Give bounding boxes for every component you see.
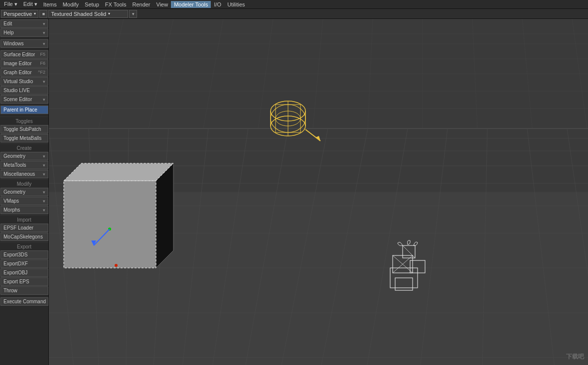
shader-dropdown[interactable]: Textured Shaded Solid ▾: [48, 10, 128, 18]
toolbar-row: Perspective ▾ ■ Textured Shaded Solid ▾ …: [0, 9, 588, 19]
sidebar-modify-geometry[interactable]: Geometry▾: [0, 188, 48, 196]
viewport-dropdown-arrow: ▾: [34, 11, 36, 16]
viewport-grid: [49, 19, 588, 365]
svg-marker-59: [156, 163, 173, 268]
sidebar-toggle-subpatch[interactable]: Toggle SubPatch: [0, 125, 48, 133]
sidebar-metatools[interactable]: MetaTools▾: [0, 161, 48, 169]
sidebar-exportobj[interactable]: ExportOBJ: [0, 268, 48, 277]
svg-point-65: [115, 264, 118, 267]
section-export: Export: [0, 242, 48, 250]
viewport-icon-btn[interactable]: ■: [39, 10, 47, 18]
sidebar-throw[interactable]: Throw: [0, 286, 48, 295]
sidebar-image-editor[interactable]: Image EditorF6: [0, 59, 48, 68]
svg-rect-57: [64, 181, 156, 268]
menu-modify[interactable]: Modify: [60, 1, 82, 8]
sidebar-mocap-skelegons[interactable]: MoCapSkelegons: [0, 233, 48, 241]
menu-fxtools[interactable]: FX Tools: [102, 1, 130, 8]
section-modify: Modify: [0, 179, 48, 187]
menu-file[interactable]: File ▾: [1, 0, 20, 8]
section-create: Create: [0, 143, 48, 151]
menu-items[interactable]: Items: [40, 1, 60, 8]
sidebar-execute-command[interactable]: Execute Command: [0, 297, 48, 306]
svg-marker-58: [64, 163, 173, 181]
sidebar-edit[interactable]: Edit▾: [0, 19, 48, 28]
watermark: 下载吧: [566, 353, 584, 361]
viewport[interactable]: 下载吧: [49, 19, 588, 365]
sidebar-studio-live[interactable]: Studio LIVE: [0, 86, 48, 95]
sidebar-virtual-studio[interactable]: Virtual Studio▾: [0, 77, 48, 86]
sidebar-epsf-loader[interactable]: EPSF Loader: [0, 224, 48, 232]
viewport-dropdown[interactable]: Perspective ▾: [1, 10, 38, 18]
sidebar-parent-in-place[interactable]: Parent in Place: [0, 106, 48, 114]
sidebar-surface-editor[interactable]: Surface EditorF5: [0, 50, 48, 59]
menu-utilities[interactable]: Utilities: [224, 1, 248, 8]
sidebar-morphs[interactable]: Morphs▾: [0, 206, 48, 214]
sidebar-miscellaneous[interactable]: Miscellaneous▾: [0, 170, 48, 178]
section-toggles: Toggles: [0, 117, 48, 124]
sidebar-exportdxf[interactable]: ExportDXF: [0, 259, 48, 268]
sidebar-vmaps[interactable]: VMaps▾: [0, 197, 48, 205]
sidebar-toggle-metaballs[interactable]: Toggle MetaBalls: [0, 134, 48, 142]
shader-dropdown-arrow: ▾: [108, 11, 110, 16]
sidebar-scene-editor[interactable]: Scene Editor▾: [0, 95, 48, 104]
menu-view[interactable]: View: [153, 1, 171, 8]
viewport-label: Perspective: [3, 11, 32, 17]
section-import: Import: [0, 215, 48, 223]
sidebar: Edit▾ Help▾ Windows▾ Surface EditorF5 Im…: [0, 19, 49, 365]
menu-render[interactable]: Render: [129, 1, 153, 8]
sidebar-graph-editor[interactable]: Graph Editor^F2: [0, 68, 48, 77]
sidebar-help[interactable]: Help▾: [0, 28, 48, 37]
menu-edit[interactable]: Edit ▾: [20, 0, 40, 8]
top-menu-bar: File ▾ Edit ▾ Items Modify Setup FX Tool…: [0, 0, 588, 9]
sidebar-create-geometry[interactable]: Geometry▾: [0, 152, 48, 160]
sidebar-export-eps[interactable]: Export EPS: [0, 277, 48, 286]
menu-setup[interactable]: Setup: [82, 1, 102, 8]
shader-label: Textured Shaded Solid: [51, 11, 106, 17]
sidebar-windows[interactable]: Windows▾: [0, 39, 48, 48]
menu-modeler-tools[interactable]: Modeler Tools: [171, 1, 211, 8]
shader-icon-btn[interactable]: ▾: [129, 10, 137, 18]
main-layout: Edit▾ Help▾ Windows▾ Surface EditorF5 Im…: [0, 19, 588, 365]
menu-io[interactable]: I/O: [211, 1, 224, 8]
sidebar-export3ds[interactable]: Export3DS: [0, 250, 48, 259]
